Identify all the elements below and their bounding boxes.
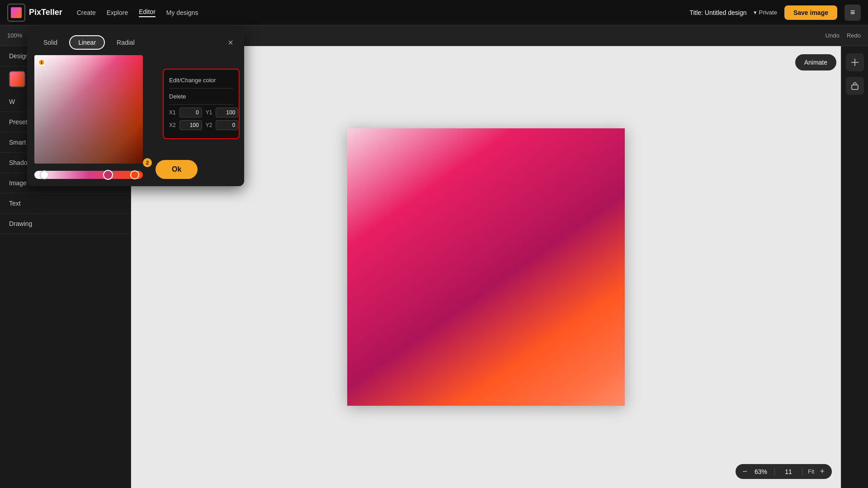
- right-btn-bottom[interactable]: [846, 77, 864, 95]
- zoom-value: 63%: [753, 468, 769, 475]
- sidebar-label-image: Image: [9, 179, 27, 187]
- gradient-popup: Edit/Change color Delete X1 Y1 X2 Y2: [163, 69, 240, 139]
- color-swatch[interactable]: [9, 71, 25, 87]
- gradient-canvas[interactable]: 1: [34, 55, 143, 164]
- coord-input-x2[interactable]: [179, 120, 202, 130]
- color-slider-track[interactable]: [34, 171, 143, 179]
- coord-row-x1: X1 Y1: [169, 108, 233, 117]
- nav-explore[interactable]: Explore: [107, 9, 128, 16]
- coord-label-y1: Y1: [206, 109, 212, 116]
- coord-input-y2[interactable]: [216, 120, 238, 130]
- animate-button[interactable]: Animate: [795, 54, 836, 70]
- sidebar-label-shapes: W: [9, 98, 15, 105]
- zoom-fit-button[interactable]: Fit: [808, 468, 814, 475]
- color-picker-panel: Solid Linear Radial × 1: [27, 28, 244, 186]
- picker-tabs: Solid Linear Radial: [34, 35, 144, 50]
- save-image-button[interactable]: Save image: [784, 5, 837, 20]
- popup-edit-color[interactable]: Edit/Change color: [169, 75, 233, 85]
- slider-handle-mid[interactable]: [103, 170, 113, 180]
- coord-input-y1[interactable]: [216, 108, 238, 117]
- picker-header: Solid Linear Radial ×: [34, 35, 237, 50]
- right-sidebar: [841, 46, 868, 488]
- gradient-black-overlay: [34, 55, 143, 164]
- privacy-toggle[interactable]: ▾ Private: [754, 9, 777, 16]
- zoom-separator: [774, 468, 775, 475]
- nav-my-designs[interactable]: My designs: [166, 9, 198, 16]
- navbar-right: Title: Untitled design ▾ Private Save im…: [689, 5, 861, 21]
- undo-button[interactable]: Undo: [826, 32, 840, 39]
- coord-row-x2: X2 Y2: [169, 120, 233, 130]
- title-label: Title:: [689, 9, 703, 16]
- coord-label-x1: X1: [169, 109, 176, 116]
- nav-editor[interactable]: Editor: [139, 8, 156, 17]
- coord-input-x1[interactable]: [179, 108, 202, 117]
- hamburger-menu-button[interactable]: ≡: [844, 5, 861, 21]
- sidebar-label-drawing: Drawing: [9, 220, 32, 227]
- zoom-bar: − 63% 11 Fit +: [736, 464, 832, 479]
- title-value[interactable]: Untitled design: [705, 9, 747, 16]
- sidebar-item-text[interactable]: Text: [0, 193, 131, 214]
- popup-divider-2: [169, 104, 233, 105]
- logo[interactable]: PixTeller: [7, 4, 62, 22]
- slider-handle-white[interactable]: [40, 170, 49, 179]
- zoom-out-button[interactable]: −: [743, 467, 748, 476]
- svg-rect-2: [852, 85, 858, 89]
- popup-delete[interactable]: Delete: [169, 91, 233, 102]
- color-canvas-col: 1 2: [34, 55, 143, 179]
- sidebar-label-text: Text: [9, 200, 21, 207]
- coord-label-x2: X2: [169, 122, 176, 128]
- zoom-in-button[interactable]: +: [820, 467, 825, 476]
- logo-icon: [11, 7, 22, 18]
- sidebar-label-smart: Smart: [9, 139, 26, 146]
- navbar: PixTeller Create Explore Editor My desig…: [0, 0, 868, 25]
- right-btn-top[interactable]: [846, 53, 864, 71]
- design-title-label: Title: Untitled design: [689, 9, 746, 16]
- logo-box: [7, 4, 25, 22]
- picker-close-button[interactable]: ×: [224, 36, 237, 49]
- sidebar-label-preset: Preset: [9, 118, 27, 126]
- tab-radial[interactable]: Radial: [108, 35, 144, 50]
- design-canvas[interactable]: [347, 128, 625, 406]
- nav-create[interactable]: Create: [77, 9, 96, 16]
- tab-solid[interactable]: Solid: [34, 35, 66, 50]
- sidebar-item-drawing[interactable]: Drawing: [0, 214, 131, 234]
- tab-linear[interactable]: Linear: [69, 35, 105, 50]
- logo-text: PixTeller: [29, 8, 62, 17]
- nav: Create Explore Editor My designs: [77, 8, 198, 17]
- redo-button[interactable]: Redo: [847, 32, 861, 39]
- slider-number-badge: 2: [143, 158, 152, 167]
- zoom-display[interactable]: 100%: [7, 32, 22, 39]
- popup-divider: [169, 88, 233, 89]
- zoom-separator-2: [802, 468, 802, 475]
- ok-button[interactable]: Ok: [156, 160, 198, 179]
- gradient-handle-1[interactable]: 1: [38, 59, 45, 66]
- coord-label-y2: Y2: [206, 122, 212, 128]
- sidebar-label-design: Design: [9, 52, 29, 60]
- zoom-number: 11: [780, 468, 797, 475]
- slider-handle-red[interactable]: [130, 170, 139, 179]
